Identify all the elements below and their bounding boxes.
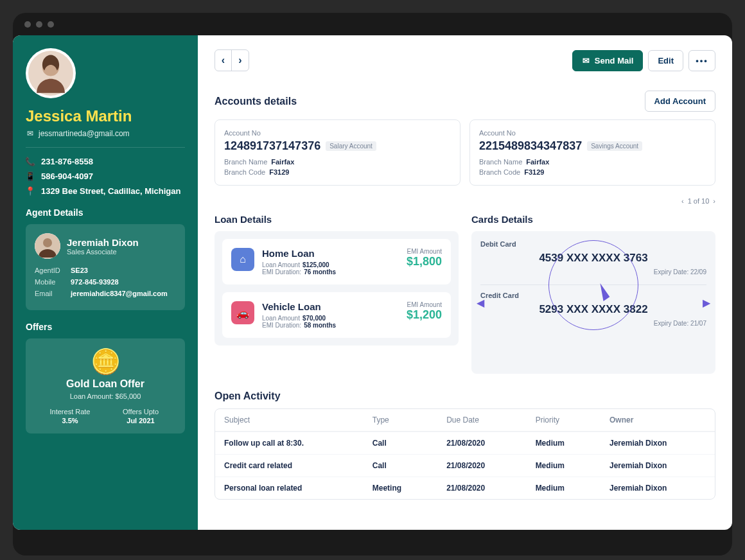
customer-avatar [26,48,76,98]
offers-title: Offers [26,322,185,332]
avatar-icon [28,51,73,96]
accounts-pager: ‹ 1 of 10 › [215,197,715,205]
account-card[interactable]: Account No 12489173714737​6Salary Accoun… [215,119,460,186]
account-number: 12489173714737​6 [224,139,320,153]
cards-title: Cards Details [471,214,715,225]
divider [480,284,706,285]
account-tag: Salary Account [326,141,376,151]
add-account-button[interactable]: Add Account [645,91,715,112]
next-record-button[interactable]: › [232,50,249,71]
card-number: 4539 XXX XXXX 3763 [480,252,706,265]
activity-title: Open Activity [215,390,715,402]
pin-icon: 📍 [26,187,35,196]
sidebar: Jessica Martin ✉ jessmartineda@gmail.com… [13,35,198,530]
agent-name: Jeremiah Dixon [67,237,139,248]
customer-phone1: 231-876-8558 [41,157,93,166]
offer-amount: Loan Amount: $65,000 [35,392,176,400]
card-number: 5293 XXX XXXX 3822 [480,303,706,316]
record-nav: ‹ › [215,49,249,71]
edit-button[interactable]: Edit [648,50,683,71]
customer-name: Jessica Martin [26,107,185,125]
accounts-title: Accounts details [215,96,297,107]
close-dot[interactable] [24,21,31,28]
main-panel: ‹ › ✉Send Mail Edit ••• Accounts details… [198,35,732,530]
send-mail-button[interactable]: ✉Send Mail [572,50,644,71]
customer-email: jessmartineda@gmail.com [39,129,130,138]
customer-address: 1329 Bee Street, Cadillac, Michigan [41,186,180,196]
agent-avatar [35,233,60,259]
prev-record-button[interactable]: ‹ [215,50,232,71]
activity-table: Subject Type Due Date Priority Owner Fol… [215,408,715,500]
card-credit[interactable]: Credit Card 5293 XXX XXXX 3822 Expiry Da… [480,292,706,327]
table-row[interactable]: Personal loan relatedMeeting21/08/2020Me… [215,477,715,499]
offer-upto: Jul 2021 [105,417,176,424]
agent-mobile: 972-845-93928 [71,278,119,286]
loans-column: Loan Details ⌂ Home Loan Loan Amount$125… [215,214,459,374]
loans-title: Loan Details [215,214,459,225]
max-dot[interactable] [48,21,54,28]
table-row[interactable]: Credit card relatedCall21/08/2020MediumJ… [215,454,715,477]
offer-rate: 3.5% [35,417,105,424]
card-debit[interactable]: Debit Card 4539 XXX XXXX 3763 Expiry Dat… [480,240,706,276]
agent-section-title: Agent Details [26,207,185,218]
mail-icon: ✉ [582,56,591,65]
chevron-left-icon[interactable]: ‹ [681,197,684,205]
device-frame: Jessica Martin ✉ jessmartineda@gmail.com… [13,13,732,556]
min-dot[interactable] [36,21,42,28]
account-tag: Savings Account [587,141,642,151]
loan-card[interactable]: ⌂ Home Loan Loan Amount$125,000 EMI Dura… [222,239,451,284]
avatar-icon [35,233,60,259]
branch-code: F3129 [269,168,289,176]
mail-icon: ✉ [26,129,35,138]
card-next-button[interactable]: ▶ [703,297,710,309]
branch-name: Fairfax [271,158,294,166]
branch-code: F3129 [524,168,544,176]
cards-panel: ◀ ▶ Debit Card 4539 XXX XXXX 3763 Expiry… [471,231,715,374]
chevron-right-icon[interactable]: › [713,197,715,205]
card-prev-button[interactable]: ◀ [477,297,484,309]
accounts-list: Account No 12489173714737​6Salary Accoun… [215,119,715,186]
offer-card[interactable]: 🪙 Gold Loan Offer Loan Amount: $65,000 I… [26,338,185,433]
offer-title: Gold Loan Offer [35,378,176,390]
customer-phone2: 586-904-4097 [41,171,93,181]
agent-email: jeremiahdic8347@gmail.com [71,290,168,297]
branch-name: Fairfax [526,158,549,166]
gold-icon: 🪙 [35,347,176,376]
window-traffic-lights [13,13,732,35]
svg-point-3 [43,238,52,247]
app-window: Jessica Martin ✉ jessmartineda@gmail.com… [13,35,732,530]
account-number: 2215489834347837 [479,139,582,153]
agent-role: Sales Associate [67,248,139,256]
more-button[interactable]: ••• [688,50,715,71]
account-card[interactable]: Account No 2215489834347837Savings Accou… [469,119,715,186]
cards-column: Cards Details ◀ ▶ Debit Card 4539 XXX XX… [471,214,715,374]
emi-amount: $1,800 [407,255,442,268]
table-header: Subject Type Due Date Priority Owner [215,409,715,432]
toolbar: ‹ › ✉Send Mail Edit ••• [215,49,715,71]
agent-id: SE23 [71,267,88,274]
table-row[interactable]: Follow up call at 8:30.Call21/08/2020Med… [215,432,715,454]
car-icon: 🚗 [231,301,254,324]
mobile-icon: 📱 [26,172,35,181]
emi-amount: $1,200 [407,308,442,322]
home-icon: ⌂ [231,248,254,271]
loan-card[interactable]: 🚗 Vehicle Loan Loan Amount$70,000 EMI Du… [222,292,451,338]
phone-icon: 📞 [26,157,35,166]
agent-card: Jeremiah Dixon Sales Associate AgentIDSE… [26,224,185,310]
